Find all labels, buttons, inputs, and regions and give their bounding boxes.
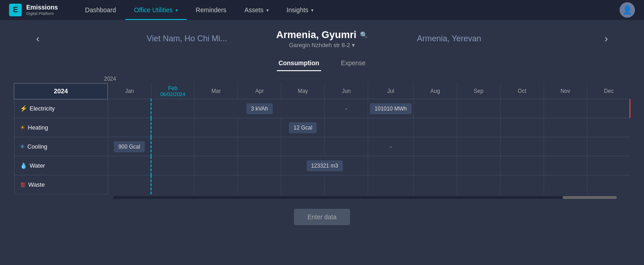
nav-dashboard[interactable]: Dashboard [76,0,125,20]
grid-table: 2024 Jan Feb 06/02/2024 Mar Apr May Jun … [14,83,630,194]
cool-jun[interactable] [325,137,368,156]
waste-mar[interactable] [194,175,238,194]
heat-jun[interactable] [325,118,368,137]
row-water: 💧 Water 123321 m3 [14,156,630,175]
cool-jan[interactable]: 900 Gcal [108,137,151,156]
location-title: Armenia, Gyumri 🔍 [276,29,368,41]
water-apr[interactable] [238,156,281,175]
next-location-label[interactable]: Armenia, Yerevan [417,34,544,43]
heat-oct[interactable] [500,118,544,137]
water-dec[interactable] [587,156,630,175]
heat-sep[interactable] [457,118,500,137]
month-aug: Aug [413,83,457,99]
brand-subtitle: Digital Platform [26,11,58,16]
search-icon[interactable]: 🔍 [360,31,368,39]
water-sep[interactable] [457,156,500,175]
water-jan[interactable] [108,156,151,175]
cool-nov[interactable] [544,137,587,156]
scrollbar-track[interactable] [113,196,617,199]
elec-jul-value: 101010 MWh [370,103,411,114]
month-nov: Nov [544,83,587,99]
waste-jan[interactable] [108,175,151,194]
year-col-header[interactable]: 2024 [14,83,108,99]
waste-oct[interactable] [500,175,544,194]
cool-apr[interactable] [238,137,281,156]
cool-jul[interactable]: - [368,137,414,156]
navbar: E Emissions Digital Platform Dashboard O… [0,0,644,20]
heat-aug[interactable] [413,118,457,137]
waste-sep[interactable] [457,175,500,194]
tab-expense[interactable]: Expense [339,57,367,71]
location-subtitle[interactable]: Garegin Nzhdeh str 8-2 ▾ [289,42,355,48]
heat-jan[interactable] [108,118,151,137]
brand-title: Emissions [26,4,58,11]
tab-consumption[interactable]: Consumption [277,57,321,71]
waste-apr[interactable] [238,175,281,194]
elec-nov[interactable] [544,99,587,118]
heat-jul[interactable] [368,118,414,137]
nav-reminders[interactable]: Reminders [187,0,236,20]
cool-may[interactable] [281,137,325,156]
prev-location-label[interactable]: Viet Nam, Ho Chi Mi... [100,34,227,43]
next-location-arrow[interactable]: › [596,33,617,45]
label-water: 💧 Water [14,156,108,175]
row-heating: ☀ Heating 12 Gcal [14,118,630,137]
cool-aug[interactable] [413,137,457,156]
water-span-value: 123321 m3 [307,160,343,171]
water-nov[interactable] [544,156,587,175]
row-electricity: ⚡ Electricity 3 kVAh - 101010 [14,99,630,118]
avatar[interactable]: 👤 [620,2,635,18]
water-icon: 💧 [20,162,27,169]
electricity-icon: ⚡ [20,105,27,112]
label-waste: 🗑 Waste [14,175,108,194]
nav-insights[interactable]: Insights ▾ [278,0,322,20]
water-oct[interactable] [500,156,544,175]
row-waste: 🗑 Waste [14,175,630,194]
heat-apr[interactable] [238,118,281,137]
cool-dec[interactable] [587,137,630,156]
elec-jan[interactable] [108,99,151,118]
elec-sep[interactable] [457,99,500,118]
waste-aug[interactable] [413,175,457,194]
waste-nov[interactable] [544,175,587,194]
month-apr: Apr [238,83,281,99]
elec-mar-to-may[interactable]: 3 kVAh [194,99,325,118]
nav-brand[interactable]: E Emissions Digital Platform [9,4,58,16]
waste-jun[interactable] [325,175,368,194]
month-mar: Mar [194,83,238,99]
waste-dec[interactable] [587,175,630,194]
heat-may[interactable]: 12 Gcal [281,118,325,137]
water-feb[interactable] [151,156,194,175]
elec-feb[interactable] [151,99,194,118]
heat-nov[interactable] [544,118,587,137]
prev-location-arrow[interactable]: ‹ [27,33,48,45]
elec-aug[interactable] [413,99,457,118]
grid-container: 2024 2024 Jan Feb 0 [0,76,644,203]
enter-data-button[interactable]: Enter data [294,209,350,225]
waste-jul[interactable] [368,175,414,194]
elec-oct[interactable] [500,99,544,118]
label-heating: ☀ Heating [14,118,108,137]
water-aug[interactable] [413,156,457,175]
cool-mar[interactable] [194,137,238,156]
enter-data-section: Enter data [0,203,644,225]
elec-jul[interactable]: 101010 MWh [368,99,414,118]
cool-sep[interactable] [457,137,500,156]
heat-feb[interactable] [151,118,194,137]
nav-office-utilities[interactable]: Office Utilities ▾ [125,0,187,20]
waste-feb[interactable] [151,175,194,194]
water-mar[interactable] [194,156,238,175]
waste-may[interactable] [281,175,325,194]
heat-mar[interactable] [194,118,238,137]
cool-oct[interactable] [500,137,544,156]
heat-dec[interactable] [587,118,630,137]
scrollbar-thumb[interactable] [563,196,617,199]
water-jul[interactable] [368,156,414,175]
heat-may-value: 12 Gcal [289,122,317,133]
water-may-jun[interactable]: 123321 m3 [281,156,368,175]
month-feb: Feb 06/02/2024 [151,83,194,99]
elec-jun[interactable]: - [325,99,368,118]
elec-dec[interactable] [587,99,630,118]
cool-feb[interactable] [151,137,194,156]
nav-assets[interactable]: Assets ▾ [236,0,278,20]
